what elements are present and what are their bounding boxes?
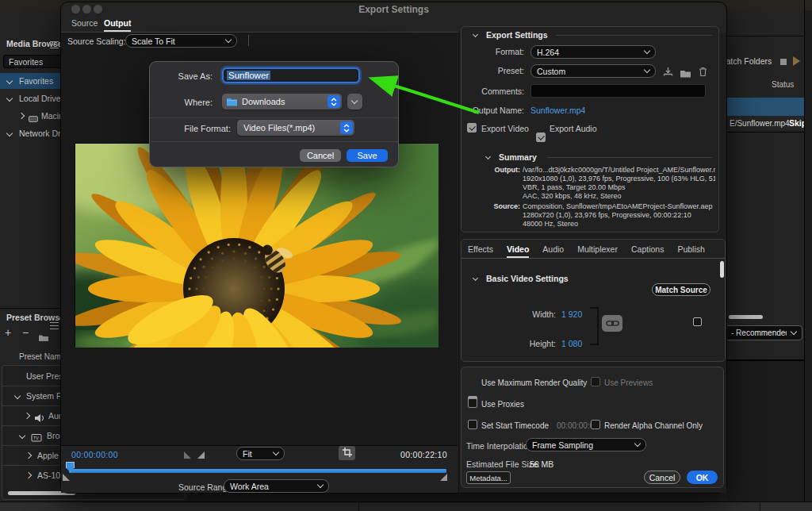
- comments-field[interactable]: [530, 84, 706, 98]
- filter-value: Favorites: [9, 57, 43, 67]
- save-preset-icon[interactable]: [663, 66, 673, 80]
- render-alpha-checkbox[interactable]: [591, 420, 600, 429]
- chevron-down-icon: [6, 95, 13, 102]
- save-as-label: Save As:: [151, 71, 213, 81]
- width-value[interactable]: 1 920: [561, 309, 582, 319]
- timeline-track[interactable]: [69, 469, 446, 473]
- source-range-dropdown[interactable]: Work Area: [224, 479, 329, 493]
- work-area-end-handle[interactable]: [440, 474, 447, 481]
- play-icon[interactable]: [793, 56, 800, 66]
- export-video-checkbox[interactable]: [467, 123, 477, 133]
- preset-dropdown[interactable]: Custom: [530, 64, 656, 78]
- format-label: Format:: [461, 47, 524, 56]
- chevron-right-icon: [25, 472, 32, 478]
- current-timecode[interactable]: 00:00:00:00: [71, 450, 118, 459]
- chevron-right-icon: [24, 413, 30, 419]
- chevron-right-icon: [18, 113, 25, 119]
- summary-source-line: Composition, Sunflower/tmpAEtoAMEProject…: [523, 202, 715, 210]
- output-name-link[interactable]: Sunflower.mp4: [530, 106, 585, 115]
- divider: [556, 35, 712, 36]
- queue-panel-lower: [727, 361, 804, 501]
- preset-label: Preset:: [461, 66, 524, 75]
- tab-publish[interactable]: Publish: [677, 244, 704, 258]
- export-dialog-content: .dlg *{pointer-events:auto;} Export Sett…: [0, 0, 812, 511]
- chevron-down-icon: [19, 432, 25, 439]
- crop-button[interactable]: [339, 446, 355, 460]
- aspect-checkbox[interactable]: [693, 317, 702, 326]
- save-cancel-button[interactable]: Cancel: [300, 149, 341, 162]
- tab-output[interactable]: Output: [104, 18, 131, 32]
- tv-icon: TV: [31, 432, 43, 446]
- time-interpolation-dropdown[interactable]: Frame Sampling: [526, 438, 646, 451]
- add-preset-icon[interactable]: +: [5, 326, 11, 339]
- set-start-timecode-checkbox[interactable]: [468, 420, 477, 429]
- export-settings-header[interactable]: Export Settings: [486, 30, 548, 40]
- use-previews-checkbox[interactable]: [591, 377, 600, 386]
- queue-selected-row[interactable]: [714, 98, 804, 116]
- tab-video[interactable]: Video: [507, 244, 529, 258]
- tab-source[interactable]: Source: [71, 18, 98, 28]
- import-preset-folder-icon[interactable]: [680, 67, 691, 81]
- summary-source-line: 1280x720 (1,0), 23,976 fps, Progressive,…: [523, 211, 715, 219]
- use-proxies-checkbox[interactable]: [468, 398, 477, 408]
- save-button[interactable]: Save: [347, 149, 388, 162]
- height-value[interactable]: 1 080: [561, 339, 582, 348]
- match-source-button[interactable]: Match Source: [652, 283, 710, 296]
- where-dropdown[interactable]: Downloads: [222, 94, 342, 110]
- drive-icon: [29, 112, 38, 126]
- zoom-level-dropdown[interactable]: Fit: [236, 447, 285, 460]
- queue-file-name: E/Sunflower.mp4: [730, 119, 790, 128]
- link-dimensions-button[interactable]: [602, 315, 622, 332]
- chevron-down-icon: [644, 67, 650, 73]
- dialog-cancel-button[interactable]: Cancel: [644, 471, 680, 484]
- panel-menu-icon[interactable]: [50, 322, 59, 329]
- summary-header[interactable]: Summary: [499, 152, 537, 162]
- stop-icon[interactable]: [780, 59, 787, 65]
- horizontal-scrollbar[interactable]: [729, 315, 763, 319]
- svg-text:TV: TV: [33, 436, 39, 440]
- queue-file-row[interactable]: E/Sunflower.mp4 Skip: [714, 116, 804, 133]
- vertical-scrollbar[interactable]: [720, 261, 724, 278]
- divider: [727, 36, 804, 36]
- filename-input[interactable]: Sunflower: [222, 67, 360, 83]
- export-audio-checkbox[interactable]: [536, 133, 546, 142]
- bottom-seam: [760, 502, 760, 511]
- tab-captions[interactable]: Captions: [631, 244, 664, 258]
- chevron-down-icon: [644, 48, 650, 54]
- file-format-value: Video Files(*.mp4): [243, 123, 315, 133]
- work-area-start-handle[interactable]: [63, 474, 70, 481]
- export-video-label: Export Video: [481, 124, 529, 133]
- stepper-icon: [327, 95, 340, 108]
- chevron-down-icon: [6, 130, 13, 136]
- chevron-down-icon: [6, 78, 13, 84]
- filename-selected-text: Sunflower: [227, 71, 270, 80]
- preview-image[interactable]: [75, 143, 438, 347]
- panel-menu-icon[interactable]: [50, 41, 59, 48]
- file-format-dropdown[interactable]: Video Files(*.mp4): [237, 120, 354, 136]
- preset-folder-icon[interactable]: [38, 331, 49, 345]
- file-size-label: Estimated File Size:: [466, 459, 540, 469]
- set-outpoint-icon[interactable]: [197, 451, 205, 459]
- remove-preset-icon[interactable]: −: [22, 326, 29, 339]
- chevron-right-icon: [25, 452, 32, 459]
- divider: [462, 258, 725, 259]
- metadata-button[interactable]: Metadata...: [466, 471, 511, 484]
- height-label: Height:: [492, 339, 556, 348]
- set-inpoint-icon[interactable]: [184, 451, 191, 459]
- basic-video-settings-header[interactable]: Basic Video Settings: [486, 274, 569, 283]
- tab-effects[interactable]: Effects: [468, 244, 493, 258]
- expand-sheet-button[interactable]: [347, 94, 362, 110]
- tab-audio[interactable]: Audio: [542, 244, 564, 258]
- format-dropdown[interactable]: H.264: [530, 45, 656, 59]
- preset-name-column-header[interactable]: Preset Name: [19, 352, 65, 361]
- bottom-seam: [358, 502, 359, 511]
- renderer-dropdown[interactable]: - Recommended: [715, 325, 802, 340]
- summary-source-line: 48000 Hz, Stereo: [523, 220, 715, 228]
- max-render-quality-label: Use Maximum Render Quality: [481, 378, 587, 387]
- tab-multiplexer[interactable]: Multiplexer: [577, 244, 618, 258]
- render-alpha-label: Render Alpha Channel Only: [604, 421, 703, 430]
- summary-output-line: 1920x1080 (1,0), 23,976 fps, Progressive…: [523, 175, 715, 182]
- dialog-ok-button[interactable]: OK: [687, 471, 718, 484]
- delete-preset-trash-icon[interactable]: [699, 66, 707, 80]
- source-scaling-dropdown[interactable]: Scale To Fit: [125, 34, 237, 48]
